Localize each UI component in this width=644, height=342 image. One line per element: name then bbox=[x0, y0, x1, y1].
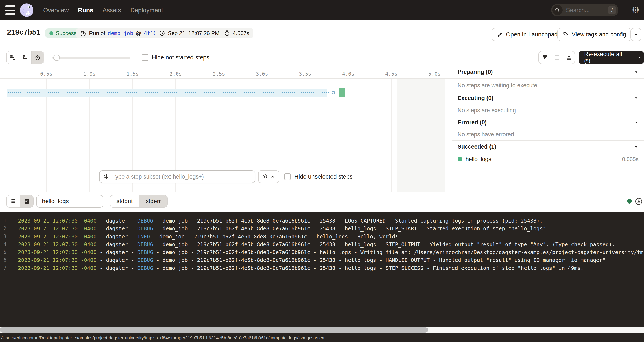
caret-down-icon bbox=[637, 56, 641, 60]
log-step-filter-input[interactable] bbox=[36, 198, 103, 204]
structured-list-icon bbox=[10, 198, 16, 204]
caret-down-icon[interactable] bbox=[634, 120, 638, 125]
step-marker-circle bbox=[332, 91, 335, 94]
reexecute-options-caret[interactable] bbox=[634, 56, 644, 60]
duration-label: 4.567s bbox=[233, 30, 249, 36]
search-input[interactable] bbox=[562, 7, 608, 14]
section-title: Executing (0) bbox=[458, 95, 494, 102]
step-subset-input[interactable] bbox=[109, 174, 255, 180]
axis-tick: 5.0s bbox=[428, 71, 440, 77]
log-file-path-bar: /Users/erincochran/Desktop/dagster-examp… bbox=[0, 333, 644, 342]
log-line-number: 2 bbox=[0, 225, 6, 232]
run-actions-chevron-button[interactable] bbox=[630, 28, 642, 41]
primary-nav: Overview Runs Assets Deployment bbox=[43, 0, 163, 20]
hide-not-started-checkbox[interactable] bbox=[142, 54, 148, 61]
hamburger-menu-icon[interactable] bbox=[6, 6, 15, 15]
panel-section-succeeded[interactable]: Succeeded (1) bbox=[452, 141, 644, 153]
job-link[interactable]: demo_job bbox=[108, 30, 133, 36]
dagster-logo[interactable] bbox=[20, 3, 34, 17]
view-tags-config-button[interactable]: View tags and config bbox=[557, 28, 632, 41]
view-tags-config-label: View tags and config bbox=[572, 31, 626, 38]
raw-log-file-icon bbox=[24, 198, 30, 204]
succeeded-step-row[interactable]: hello_logs 0.065s bbox=[452, 154, 644, 165]
caret-down-icon[interactable] bbox=[634, 96, 638, 100]
tab-stderr[interactable]: stderr bbox=[139, 195, 167, 207]
log-line-number: 3 bbox=[0, 233, 6, 240]
raw-log-viewer[interactable]: 1234567 2023-09-21 12:07:30 -0400 - dags… bbox=[0, 212, 644, 327]
split-panels-button[interactable] bbox=[550, 51, 562, 64]
log-lines: 2023-09-21 12:07:30 -0400 - dagster - DE… bbox=[18, 212, 644, 327]
log-horizontal-scrollbar[interactable] bbox=[0, 327, 644, 333]
global-search[interactable]: / bbox=[551, 4, 618, 16]
run-of-at: @ bbox=[136, 30, 141, 36]
log-step-filter-field[interactable] bbox=[36, 195, 104, 208]
tag-icon bbox=[563, 32, 569, 38]
dagster-run-page: Overview Runs Assets Deployment / ⚙ 219c… bbox=[0, 0, 644, 342]
gantt-zoom-slider[interactable] bbox=[52, 51, 130, 64]
nav-item-runs[interactable]: Runs bbox=[78, 7, 94, 14]
history-icon bbox=[80, 30, 86, 36]
slider-handle[interactable] bbox=[54, 54, 60, 61]
panel-layout-group bbox=[538, 51, 575, 64]
graph-options-button[interactable] bbox=[258, 170, 279, 183]
panel-section-errored[interactable]: Errored (0) bbox=[452, 117, 644, 128]
tab-stdout[interactable]: stdout bbox=[110, 195, 139, 207]
caret-down-icon[interactable] bbox=[634, 144, 638, 149]
flat-view-button[interactable] bbox=[6, 51, 18, 64]
expand-up-icon bbox=[566, 54, 572, 60]
expand-up-button[interactable] bbox=[562, 51, 575, 64]
step-duration: 0.065s bbox=[622, 156, 638, 162]
structured-log-view-button[interactable] bbox=[6, 195, 20, 207]
gridline bbox=[391, 79, 392, 192]
axis-tick: 4.5s bbox=[385, 71, 398, 77]
log-line-number-gutter: 1234567 bbox=[0, 212, 12, 327]
hide-not-started-checkbox-row: Hide not started steps bbox=[142, 51, 209, 64]
open-in-launchpad-button[interactable]: Open in Launchpad bbox=[492, 28, 563, 41]
hide-unselected-checkbox[interactable] bbox=[284, 173, 291, 180]
status-badge: Success bbox=[45, 28, 81, 38]
top-nav-bar: Overview Runs Assets Deployment / ⚙ bbox=[0, 0, 644, 20]
raw-log-view-button[interactable] bbox=[20, 195, 33, 207]
search-icon bbox=[552, 5, 562, 15]
reexecute-all-button[interactable]: Re-execute all (*) bbox=[579, 51, 644, 64]
status-label: Success bbox=[56, 30, 76, 36]
panel-section-preparing[interactable]: Preparing (0) bbox=[452, 66, 644, 79]
timed-view-button[interactable] bbox=[31, 51, 44, 64]
gantt-overflow-area bbox=[397, 79, 445, 192]
status-dot-icon bbox=[50, 31, 53, 35]
reexecute-all-label: Re-execute all (*) bbox=[579, 51, 634, 64]
section-title: Succeeded (1) bbox=[458, 144, 496, 150]
nav-item-deployment[interactable]: Deployment bbox=[130, 7, 163, 14]
download-logs-button[interactable] bbox=[635, 198, 643, 206]
slider-track[interactable] bbox=[52, 57, 130, 58]
scrollbar-thumb[interactable] bbox=[0, 327, 428, 333]
axis-tick: 0.5s bbox=[40, 71, 52, 77]
hide-unselected-label: Hide unselected steps bbox=[294, 173, 353, 180]
axis-tick: 2.5s bbox=[213, 71, 225, 77]
log-line: 2023-09-21 12:07:30 -0400 - dagster - DE… bbox=[18, 240, 644, 248]
start-time-label: Sep 21, 12:07:26 PM bbox=[168, 30, 220, 36]
step-success-bar[interactable] bbox=[339, 88, 345, 98]
waterfall-view-button[interactable] bbox=[18, 51, 31, 64]
stream-tabs: stdout stderr bbox=[110, 195, 168, 208]
gantt-time-axis: 0.5s1.0s1.5s2.0s2.5s3.0s3.5s4.0s4.5s5.0s bbox=[0, 71, 452, 78]
waterfall-view-icon bbox=[22, 54, 28, 61]
stopwatch-icon bbox=[34, 54, 41, 61]
log-line-number: 6 bbox=[0, 256, 6, 264]
flat-view-icon bbox=[10, 54, 16, 61]
panel-section-executing[interactable]: Executing (0) bbox=[452, 92, 644, 104]
nav-item-overview[interactable]: Overview bbox=[43, 7, 69, 14]
nav-item-assets[interactable]: Assets bbox=[102, 7, 121, 14]
open-in-launchpad-label: Open in Launchpad bbox=[506, 31, 558, 38]
hide-not-started-label: Hide not started steps bbox=[152, 54, 209, 61]
step-subset-field[interactable] bbox=[99, 170, 255, 183]
step-name[interactable]: hello_logs bbox=[466, 156, 491, 162]
chevron-up-icon bbox=[270, 174, 275, 179]
caret-down-icon[interactable] bbox=[634, 70, 638, 74]
log-line-number: 5 bbox=[0, 248, 6, 256]
log-line: 2023-09-21 12:07:30 -0400 - dagster - IN… bbox=[18, 233, 644, 240]
collapse-down-button[interactable] bbox=[539, 51, 550, 64]
panel-empty-errored: No steps have errored bbox=[452, 129, 644, 140]
panel-empty-preparing: No steps are waiting to execute bbox=[452, 79, 644, 92]
gear-icon[interactable]: ⚙ bbox=[631, 6, 640, 15]
